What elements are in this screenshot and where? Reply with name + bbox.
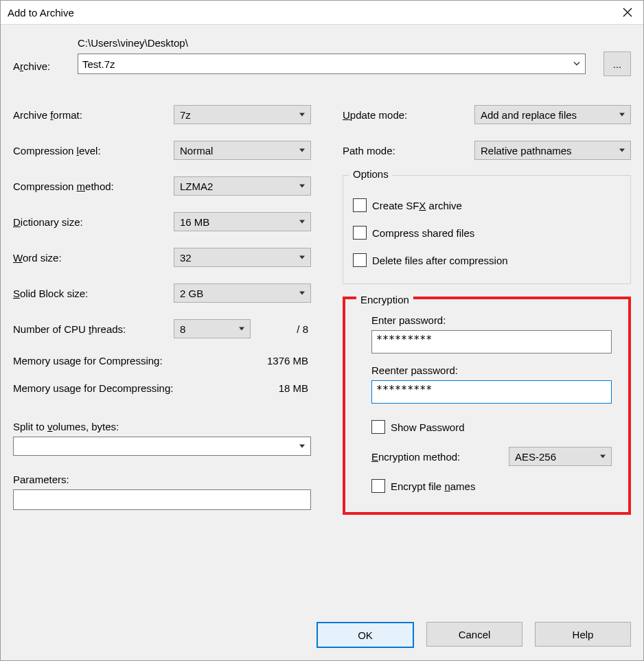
split-volumes-label: Split to volumes, bytes: <box>13 421 119 432</box>
show-password-checkbox[interactable] <box>371 420 385 434</box>
encryption-group: Encryption Enter password: ********* Ree… <box>343 297 631 515</box>
compress-shared-checkbox[interactable] <box>353 226 367 240</box>
word-size-row: Word size: 32 <box>13 240 311 275</box>
cancel-button[interactable]: Cancel <box>426 622 522 647</box>
encrypt-filenames-checkbox[interactable] <box>371 479 385 493</box>
svg-marker-10 <box>619 113 625 117</box>
memory-decompress-row: Memory usage for Decompressing: 18 MB <box>13 374 311 402</box>
archive-path: C:\Users\viney\Desktop\ <box>78 37 188 49</box>
chevron-down-icon <box>573 58 581 70</box>
chevron-down-icon <box>618 109 626 121</box>
split-volumes-block: Split to volumes, bytes: <box>13 421 311 456</box>
svg-marker-2 <box>299 113 305 117</box>
chevron-down-icon <box>298 109 306 121</box>
dictionary-size-combo[interactable]: 16 MB <box>174 212 311 231</box>
help-button[interactable]: Help <box>535 622 631 647</box>
browse-button[interactable]: ... <box>603 51 631 76</box>
compression-level-combo[interactable]: Normal <box>174 141 311 160</box>
chevron-down-icon <box>298 181 306 192</box>
ok-button[interactable]: OK <box>317 622 414 648</box>
option-delete-row: Delete files after compression <box>353 246 621 274</box>
solid-block-size-row: Solid Block size: 2 GB <box>13 275 311 311</box>
path-mode-row: Path mode: Relative pathnames <box>343 132 631 168</box>
svg-marker-5 <box>299 220 305 224</box>
chevron-down-icon <box>618 145 626 156</box>
solid-block-size-label: Solid Block size: <box>13 288 174 299</box>
update-mode-row: Update mode: Add and replace files <box>343 97 631 132</box>
client-area: Archive: C:\Users\viney\Desktop\ Test.7z… <box>1 25 643 660</box>
word-size-label: Word size: <box>13 252 174 264</box>
dialog-add-to-archive: Add to Archive Archive: C:\Users\viney\D… <box>0 0 644 661</box>
chevron-down-icon <box>298 216 306 228</box>
word-size-combo[interactable]: 32 <box>174 248 311 267</box>
svg-marker-12 <box>600 455 606 459</box>
memory-decompress-value: 18 MB <box>279 382 311 394</box>
archive-format-combo[interactable]: 7z <box>174 105 311 124</box>
compression-method-label: Compression method: <box>13 181 174 192</box>
archive-filename-value: Test.7z <box>82 58 115 70</box>
dictionary-size-row: Dictionary size: 16 MB <box>13 204 311 240</box>
footer-buttons: OK Cancel Help <box>317 622 631 648</box>
archive-row: Archive: C:\Users\viney\Desktop\ Test.7z… <box>13 37 631 76</box>
chevron-down-icon <box>298 441 306 452</box>
option-sfx-row: Create SFX archive <box>353 192 621 219</box>
dictionary-size-label: Dictionary size: <box>13 216 174 228</box>
cpu-threads-row: Number of CPU threads: 8 / 8 <box>13 311 311 347</box>
right-column: Update mode: Add and replace files Path … <box>343 97 631 515</box>
archive-format-label: Archive format: <box>13 109 174 121</box>
create-sfx-checkbox[interactable] <box>353 198 367 212</box>
options-legend: Options <box>349 168 393 180</box>
split-volumes-combo[interactable] <box>13 437 311 456</box>
update-mode-combo[interactable]: Add and replace files <box>474 105 631 124</box>
enter-password-label: Enter password: <box>371 314 612 326</box>
memory-decompress-label: Memory usage for Decompressing: <box>13 382 173 394</box>
compression-level-row: Compression level: Normal <box>13 132 311 168</box>
delete-after-label: Delete files after compression <box>372 255 508 266</box>
encryption-method-label: Encryption method: <box>371 451 509 463</box>
show-password-row: Show Password <box>371 413 612 441</box>
cpu-threads-total: / 8 <box>297 323 311 335</box>
show-password-label: Show Password <box>391 421 465 433</box>
memory-compress-value: 1376 MB <box>267 355 311 367</box>
compress-shared-label: Compress shared files <box>372 227 474 239</box>
enter-password-input[interactable]: ********* <box>371 330 612 353</box>
chevron-down-icon <box>298 252 306 264</box>
compression-level-label: Compression level: <box>13 145 174 156</box>
encrypt-filenames-label: Encrypt file names <box>391 480 475 492</box>
close-icon <box>623 8 632 17</box>
encryption-legend: Encryption <box>356 294 413 308</box>
svg-marker-11 <box>619 149 625 152</box>
path-mode-combo[interactable]: Relative pathnames <box>474 141 631 160</box>
archive-format-row: Archive format: 7z <box>13 97 311 132</box>
parameters-input[interactable] <box>13 489 311 510</box>
svg-marker-7 <box>299 292 305 295</box>
cpu-threads-combo[interactable]: 8 <box>174 319 251 338</box>
options-group: Options Create SFX archive Compress shar… <box>343 175 631 284</box>
svg-marker-3 <box>299 149 305 152</box>
solid-block-size-combo[interactable]: 2 GB <box>174 283 311 303</box>
chevron-down-icon <box>599 451 607 463</box>
update-mode-label: Update mode: <box>343 109 474 121</box>
memory-compress-row: Memory usage for Compressing: 1376 MB <box>13 347 311 374</box>
encrypt-filenames-row: Encrypt file names <box>371 472 612 500</box>
compression-method-combo[interactable]: LZMA2 <box>174 176 311 196</box>
reenter-password-input[interactable]: ********* <box>371 380 612 404</box>
encryption-method-combo[interactable]: AES-256 <box>509 447 612 466</box>
window-title: Add to Archive <box>8 7 74 19</box>
encryption-method-row: Encryption method: AES-256 <box>371 441 612 472</box>
delete-after-checkbox[interactable] <box>353 253 367 267</box>
reenter-password-label: Reenter password: <box>371 364 612 376</box>
parameters-label: Parameters: <box>13 474 69 485</box>
svg-marker-4 <box>299 185 305 188</box>
option-shared-row: Compress shared files <box>353 219 621 246</box>
memory-compress-label: Memory usage for Compressing: <box>13 355 163 367</box>
path-mode-label: Path mode: <box>343 145 474 156</box>
archive-filename-combo[interactable]: Test.7z <box>78 54 586 74</box>
svg-marker-6 <box>299 256 305 259</box>
titlebar: Add to Archive <box>1 1 643 25</box>
svg-marker-9 <box>299 445 305 448</box>
chevron-down-icon <box>298 145 306 156</box>
chevron-down-icon <box>298 288 306 299</box>
cpu-threads-label: Number of CPU threads: <box>13 323 174 335</box>
close-button[interactable] <box>612 1 643 24</box>
